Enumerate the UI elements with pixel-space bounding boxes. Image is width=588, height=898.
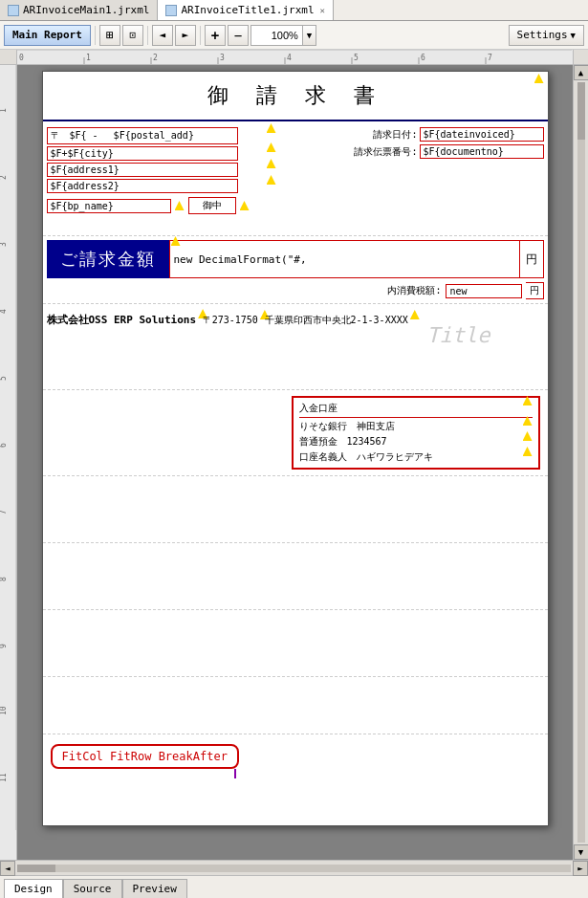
warn-honorific [240, 201, 250, 210]
grid-icon-btn[interactable]: ⊞ [99, 25, 120, 46]
account-holder: 口座名義人 ハギワラヒデアキ [299, 450, 533, 464]
info-section: 〒 $F{ - $F{postal_add} $F+$F{city} $F{ad… [43, 121, 548, 236]
corner-ruler [0, 50, 17, 65]
tab-preview[interactable]: Preview [122, 879, 187, 898]
city-field: $F+$F{city} [47, 146, 238, 161]
svg-text:10: 10 [0, 706, 8, 715]
vertical-scrollbar[interactable]: ▲ ▼ [573, 65, 588, 860]
company-postal: 〒273-1750 [203, 314, 258, 327]
date-value-field: $F{dateinvoiced} [420, 127, 544, 142]
title-band: 御 請 求 書 [43, 72, 548, 121]
settings-arrow-icon: ▼ [571, 31, 576, 40]
amount-currency: 円 [520, 240, 544, 278]
toolbar: Main Report ⊞ ⊡ ◄ ► + − ▼ Settings ▼ [0, 21, 588, 50]
svg-text:4: 4 [0, 309, 8, 314]
tab-main-report[interactable]: ARInvoiceMain1.jrxml [0, 0, 158, 20]
svg-text:6: 6 [0, 443, 8, 448]
warn-bank-header [523, 396, 533, 405]
svg-text:2: 2 [0, 175, 8, 180]
tax-currency: 円 [526, 282, 544, 299]
empty-section-8 [43, 543, 548, 610]
svg-text:1: 1 [0, 108, 8, 113]
company-name: 株式会社OSS ERP Solutions [47, 313, 197, 327]
svg-text:8: 8 [0, 577, 8, 581]
toolbar-separator-1 [95, 26, 96, 45]
svg-text:2: 2 [153, 54, 158, 62]
date-label: 請求日付: [373, 128, 417, 142]
scroll-right-btn[interactable]: ► [573, 861, 588, 876]
svg-text:9: 9 [0, 644, 8, 648]
arrow-left-btn[interactable]: ◄ [152, 25, 173, 46]
title-watermark: Title [426, 323, 490, 347]
fitrow-label-box: FitCol FitRow BreakAfter [51, 744, 239, 769]
scroll-left-btn[interactable]: ◄ [0, 861, 15, 876]
bottom-tab-bar: Design Source Preview [0, 875, 588, 898]
postal-field: 〒 $F{ - $F{postal_add} [47, 127, 238, 144]
svg-text:6: 6 [421, 54, 425, 62]
empty-section-9 [43, 610, 548, 677]
svg-text:5: 5 [0, 376, 8, 381]
bank-header: 入金口座 [299, 402, 533, 418]
svg-text:5: 5 [354, 54, 359, 62]
scroll-down-btn[interactable]: ▼ [574, 844, 589, 860]
doc-value-field: $F{documentno} [420, 144, 544, 159]
tab-design-label: Design [14, 883, 53, 895]
horizontal-ruler: 0 1 2 3 4 5 6 7 [17, 50, 573, 65]
amount-section: ご請求金額 new DecimalFormat("#, 円 内消費税額: new… [43, 236, 548, 304]
honorific-field: 御中 [188, 197, 236, 214]
arrow-right-btn[interactable]: ► [175, 25, 196, 46]
tax-label: 内消費税額: [387, 284, 441, 297]
tab-design[interactable]: Design [4, 879, 63, 898]
tab-source[interactable]: Source [63, 879, 122, 898]
h-scroll-track[interactable] [17, 865, 571, 872]
horizontal-scrollbar[interactable]: ◄ ► [0, 860, 588, 875]
main-report-label: Main Report [12, 29, 82, 41]
zoom-out-btn[interactable]: − [228, 25, 249, 46]
v-scroll-track[interactable] [577, 82, 585, 843]
toolbar-separator-2 [147, 26, 148, 45]
svg-text:3: 3 [220, 54, 225, 62]
tab-label-title: ARInvoiceTitle1.jrxml [181, 4, 314, 16]
zoom-input[interactable] [250, 25, 303, 46]
tab-label-main: ARInvoiceMain1.jrxml [23, 4, 149, 16]
settings-label: Settings [517, 29, 568, 41]
tab-icon-title [165, 5, 177, 16]
empty-section-7 [43, 476, 548, 543]
account-type: 普通預金 1234567 [299, 435, 533, 449]
company-section: 株式会社OSS ERP Solutions 〒273-1750 千葉県印西市中央… [43, 304, 548, 390]
svg-text:3: 3 [0, 242, 8, 247]
zoom-control: ▼ [250, 25, 316, 46]
report-title: 御 請 求 書 [43, 77, 548, 114]
tab-icon-main [8, 5, 19, 16]
tax-value-field: new [446, 284, 522, 298]
settings-button[interactable]: Settings ▼ [509, 25, 584, 46]
vertical-ruler: 1 2 3 4 5 6 7 8 9 10 11 [0, 65, 17, 860]
bp-name-field: $F{bp_name} [47, 199, 171, 213]
warn-addr3 [410, 310, 420, 319]
h-scroll-thumb[interactable] [17, 865, 55, 872]
main-report-button[interactable]: Main Report [4, 25, 91, 46]
zoom-dropdown-btn[interactable]: ▼ [303, 25, 316, 46]
toolbar-separator-3 [200, 26, 201, 45]
empty-section-10 [43, 677, 548, 734]
fitrow-marker [234, 769, 236, 778]
scroll-up-btn[interactable]: ▲ [574, 65, 589, 80]
tab-source-label: Source [74, 883, 112, 895]
bank-section: 入金口座 りそな銀行 神田支店 普通預金 1234567 口座名義人 ハギワラヒ… [43, 390, 548, 476]
v-scroll-thumb[interactable] [577, 82, 585, 140]
tab-preview-label: Preview [133, 883, 177, 895]
svg-text:7: 7 [488, 54, 492, 62]
report-page: 御 請 求 書 〒 $F{ - $F{postal_add} $F+$F{cit… [42, 71, 549, 826]
canvas-area[interactable]: 御 請 求 書 〒 $F{ - $F{postal_add} $F+$F{cit… [17, 65, 573, 860]
fitrow-section: FitCol FitRow BreakAfter [43, 734, 548, 782]
tab-title-report[interactable]: ARInvoiceTitle1.jrxml ✕ [158, 0, 334, 20]
svg-text:7: 7 [0, 510, 8, 515]
warn-postal [267, 123, 276, 133]
zoom-in-btn[interactable]: + [205, 25, 226, 46]
doc-label: 請求伝票番号: [354, 145, 417, 159]
svg-text:1: 1 [86, 54, 91, 62]
svg-text:4: 4 [287, 54, 292, 62]
tab-close-icon[interactable]: ✕ [320, 6, 325, 15]
address2-field: $F{address2} [47, 179, 238, 193]
dots-icon-btn[interactable]: ⊡ [122, 25, 143, 46]
